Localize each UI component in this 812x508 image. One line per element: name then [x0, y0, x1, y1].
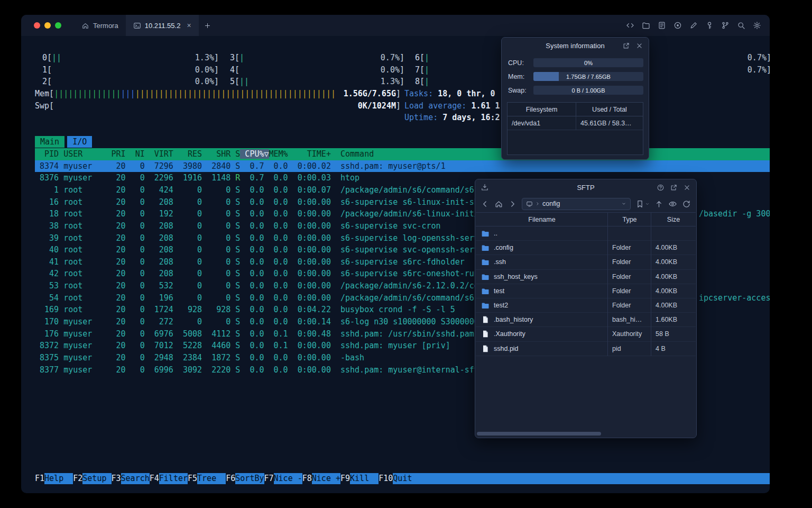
- tab-termora[interactable]: Termora: [74, 15, 126, 36]
- metric-progress-bar: 0 B / 1.00GB: [533, 86, 643, 95]
- file-size: 4.00KB: [651, 298, 696, 312]
- file-row-.bash_history[interactable]: .bash_historybash_hi…1.60KB: [476, 313, 696, 327]
- fkey-f1[interactable]: F1: [35, 473, 44, 484]
- cpu-meter-4: 4[0.0%]: [230, 64, 404, 76]
- file-row-ssh_host_keys[interactable]: ssh_host_keysFolder4.00KB: [476, 270, 696, 284]
- file-table-header: Filename Type Size: [476, 212, 696, 226]
- plus-icon: [204, 22, 211, 29]
- filesystem-row: /dev/vda145.61GB / 58.3…: [508, 116, 643, 130]
- cpu-meter-3: 3[|0.7%]: [230, 52, 404, 64]
- file-row-..[interactable]: ..: [476, 226, 696, 241]
- open-in-new-window-icon[interactable]: [622, 42, 630, 50]
- folder-icon: [481, 229, 490, 238]
- close-window-button[interactable]: [34, 22, 40, 29]
- path-breadcrumb[interactable]: config: [522, 198, 631, 210]
- file-type: Folder: [608, 241, 651, 255]
- htop-tab-io[interactable]: I/O: [67, 136, 92, 148]
- fkey-label-sortby[interactable]: SortBy: [235, 473, 264, 484]
- minimize-window-button[interactable]: [44, 22, 51, 29]
- fkey-f10[interactable]: F10: [379, 473, 393, 484]
- back-icon[interactable]: [481, 199, 490, 208]
- close-panel-icon[interactable]: [683, 184, 691, 192]
- fkey-f4[interactable]: F4: [150, 473, 159, 484]
- htop-tab-main[interactable]: Main: [35, 136, 64, 148]
- folder-icon[interactable]: [642, 21, 650, 30]
- path-segment[interactable]: config: [542, 200, 560, 207]
- column-filename[interactable]: Filename: [476, 213, 608, 226]
- process-row-8374[interactable]: 8374 myuser 20 0 7296 3980 2840 S 0.7 0.…: [35, 160, 770, 173]
- fkey-label-search[interactable]: Search: [121, 473, 150, 484]
- log-icon[interactable]: [658, 21, 666, 30]
- fkey-label-tree[interactable]: Tree: [197, 473, 226, 484]
- termora-window: Termora 10.211.55.2 × 0[||1.3%]1[0.0%]2[…: [21, 15, 770, 493]
- column-filesystem: Filesystem: [508, 103, 576, 116]
- file-type: [608, 226, 651, 240]
- fkey-f6[interactable]: F6: [226, 473, 235, 484]
- scrollbar-thumb[interactable]: [477, 432, 601, 436]
- refresh-icon[interactable]: [682, 199, 691, 208]
- fkey-label-nice[interactable]: Nice +: [312, 473, 340, 484]
- fkey-label-help[interactable]: Help: [44, 473, 73, 484]
- record-icon[interactable]: [673, 21, 682, 30]
- new-tab-button[interactable]: [199, 15, 217, 36]
- tab-ssh-session[interactable]: 10.211.55.2 ×: [126, 15, 199, 36]
- key-icon[interactable]: [705, 21, 714, 30]
- horizontal-scrollbar[interactable]: [477, 432, 695, 436]
- metric-row-swap: Swap:0 B / 1.00GB: [508, 86, 643, 95]
- bookmarks-control[interactable]: [635, 199, 650, 208]
- cpu-meter-8: 8[|: [415, 76, 478, 88]
- fkey-label-filter[interactable]: Filter: [159, 473, 188, 484]
- transfers-icon[interactable]: [481, 183, 489, 192]
- fkey-label-quit[interactable]: Quit: [393, 473, 770, 484]
- fkey-f7[interactable]: F7: [264, 473, 274, 484]
- file-list: ...configFolder4.00KB.sshFolder4.00KBssh…: [476, 226, 696, 428]
- file-type: Folder: [608, 298, 651, 312]
- show-hidden-files-icon[interactable]: [668, 199, 677, 208]
- close-panel-icon[interactable]: [635, 42, 643, 50]
- file-row-.Xauthority[interactable]: .XauthorityXauthority58 B: [476, 327, 696, 341]
- column-type[interactable]: Type: [608, 213, 651, 226]
- command-fragment: /basedir -g 3000: [699, 208, 770, 220]
- file-row-.ssh[interactable]: .sshFolder4.00KB: [476, 255, 696, 269]
- close-tab-icon[interactable]: ×: [187, 22, 191, 29]
- code-icon[interactable]: [626, 21, 634, 30]
- parent-directory-icon[interactable]: [654, 199, 663, 208]
- pencil-icon[interactable]: [689, 21, 698, 30]
- command-fragment: ipcserver-access: [699, 292, 770, 304]
- home-directory-icon[interactable]: [494, 199, 503, 208]
- file-row-test[interactable]: testFolder4.00KB: [476, 284, 696, 298]
- fkey-f9[interactable]: F9: [340, 473, 350, 484]
- chevron-down-icon: [645, 202, 650, 206]
- search-icon[interactable]: [737, 21, 745, 30]
- branch-icon[interactable]: [721, 21, 730, 30]
- file-row-test2[interactable]: test2Folder4.00KB: [476, 298, 696, 313]
- fkey-f3[interactable]: F3: [112, 473, 121, 484]
- forward-icon[interactable]: [508, 199, 517, 208]
- system-metrics: CPU:0%Mem:1.75GB / 7.65GBSwap:0 B / 1.00…: [502, 58, 649, 95]
- fkey-f5[interactable]: F5: [188, 473, 197, 484]
- zoom-window-button[interactable]: [55, 22, 61, 29]
- file-row-.config[interactable]: .configFolder4.00KB: [476, 241, 696, 255]
- metric-progress-bar: 0%: [533, 58, 643, 67]
- panel-titlebar: System information: [502, 38, 649, 53]
- chevron-down-icon[interactable]: [621, 201, 626, 206]
- fkey-f8[interactable]: F8: [302, 473, 312, 484]
- fkey-label-nice[interactable]: Nice -: [274, 473, 302, 484]
- fkey-label-kill[interactable]: Kill: [350, 473, 379, 484]
- file-icon: [481, 344, 490, 353]
- file-type: Folder: [608, 270, 651, 284]
- folder-icon: [481, 287, 490, 295]
- fkey-f2[interactable]: F2: [73, 473, 82, 484]
- process-table-header[interactable]: PID USER PRI NI VIRT RES SHR S CPU%▽MEM%…: [35, 148, 770, 160]
- file-size: 58 B: [651, 327, 696, 341]
- file-row-sshd.pid[interactable]: sshd.pidpid4 B: [476, 342, 696, 356]
- column-size[interactable]: Size: [651, 213, 696, 226]
- open-in-new-window-icon[interactable]: [670, 184, 678, 192]
- home-icon: [81, 22, 89, 30]
- metric-row-cpu: CPU:0%: [508, 58, 643, 67]
- help-icon[interactable]: [657, 184, 665, 192]
- fkey-label-setup[interactable]: Setup: [82, 473, 111, 484]
- file-name: test: [494, 287, 504, 295]
- file-size: 4.00KB: [651, 241, 696, 255]
- settings-icon[interactable]: [753, 21, 761, 30]
